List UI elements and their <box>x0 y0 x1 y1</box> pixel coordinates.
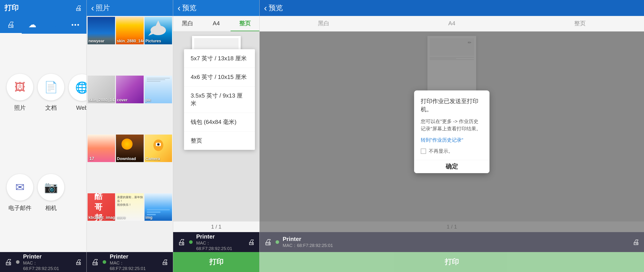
panel2-printer-settings-icon[interactable]: 🖨 <box>162 258 168 266</box>
panel4-bottom-bar: 🖨 Printer MAC：68:F7:28:92:25:01 🖨 <box>260 232 644 252</box>
photo-item-save[interactable]: 亲爱的童鞋，新年快乐！祝你快乐！ save <box>116 193 144 221</box>
photo-label-pic: pic <box>146 98 171 102</box>
email-label: 电子邮件 <box>8 204 32 212</box>
panel4-tab-a4[interactable]: A4 <box>388 16 516 31</box>
panel3-back-label: 预览 <box>182 3 196 13</box>
photo-item-cover[interactable]: cover <box>116 76 144 103</box>
svg-marker-1 <box>155 20 162 28</box>
chevron-back-icon <box>91 3 94 13</box>
photo-item-img[interactable]: img <box>144 193 172 221</box>
photo-item-skin2[interactable]: skin_2880_143... <box>88 76 115 103</box>
panel3-header: 预览 <box>173 0 259 16</box>
printer-settings-icon[interactable]: 🖨 <box>75 4 82 12</box>
cloud-tab-icon: ☁ <box>28 20 36 29</box>
photo-label-camera: Camera <box>146 156 171 161</box>
panel3-bottom-printer-icon: 🖨 <box>178 238 186 247</box>
dialog-history-link[interactable]: 转到"作业历史记录" <box>421 137 483 144</box>
save-chinese-text: 亲爱的童鞋，新年快乐！祝你快乐！ <box>117 196 144 207</box>
dialog-confirm-button[interactable]: 确定 <box>414 160 490 173</box>
photo-item-skin1[interactable]: skin_2880_144... <box>116 17 144 44</box>
panel2-back-label: 照片 <box>96 3 110 13</box>
camera-figure <box>150 136 167 158</box>
panel3-printer-settings-icon[interactable]: 🖨 <box>248 238 255 246</box>
photo-item-camera[interactable]: Camera <box>144 134 172 162</box>
tab-cloud[interactable]: ☁ <box>22 16 44 34</box>
panel1-bottom-bar: 🖨 Printer MAC：68:F7:28:92:25:01 🖨 <box>0 252 86 272</box>
panel4-content-wrapper: ✏ 1 / 1 打印作业已发送至打印机。 您可以在"更多 -> 作业历史记录"屏… <box>260 32 644 232</box>
tab-more[interactable]: ••• <box>65 16 87 34</box>
printer-name: Printer <box>23 253 72 260</box>
docs-label: 文档 <box>45 104 57 112</box>
grid-item-email[interactable]: ✉ 电子邮件 <box>4 143 36 244</box>
photo-item-download[interactable]: Download <box>116 134 144 162</box>
dropdown-item-wallet[interactable]: 钱包 (64x84 毫米) <box>184 113 255 132</box>
panel3-printer-status-dot <box>189 240 193 244</box>
panel4-printer-settings-icon[interactable]: 🖨 <box>632 238 640 246</box>
more-tab-icon: ••• <box>72 21 80 28</box>
photo-item-pic[interactable]: pic <box>144 76 172 103</box>
dialog-checkbox[interactable] <box>421 148 426 154</box>
panel2-printer-info: Printer MAC：68:F7:28:92:25:01 <box>110 253 158 271</box>
docs-icon-circle: 📄 <box>38 74 64 100</box>
dialog-checkbox-label: 不再显示。 <box>429 148 453 154</box>
mini-line-2 <box>147 79 165 80</box>
panel4-header: 预览 <box>260 0 644 16</box>
mini-line-3 <box>147 81 161 82</box>
photo-label-pictures: Pictures <box>146 39 171 44</box>
panel4-preview-tabs: 黑白 A4 整页 <box>260 16 644 32</box>
panel4-tab-fullpage[interactable]: 整页 <box>516 16 644 31</box>
img-line-2 <box>147 212 161 213</box>
panel-photos: 照片 newyear skin_2880_144... Pictures <box>86 0 173 272</box>
confirm-dialog: 打印作业已发送至打印机。 您可以在"更多 -> 作业历史记录"屏幕上查看打印结果… <box>414 90 490 173</box>
mini-line-1 <box>147 78 170 78</box>
photo-grid: newyear skin_2880_144... Pictures skin_2… <box>87 16 173 252</box>
panel4-bottom-printer-icon: 🖨 <box>264 238 272 247</box>
photos-label: 照片 <box>14 104 26 112</box>
panel4-print-button: 打印 <box>260 252 644 272</box>
photo-label-skin1: skin_2880_144... <box>117 39 142 44</box>
grid-item-camera[interactable]: 📷 相机 <box>36 143 66 244</box>
back-button[interactable]: 照片 <box>91 3 110 13</box>
panel3-back-button[interactable]: 预览 <box>178 3 196 13</box>
dropdown-item-5x7[interactable]: 5x7 英寸 / 13x18 厘米 <box>184 49 255 68</box>
panel4-tab-bw[interactable]: 黑白 <box>260 16 388 31</box>
dialog-overlay: 打印作业已发送至打印机。 您可以在"更多 -> 作业历史记录"屏幕上查看打印结果… <box>260 32 644 232</box>
panel3-printer-name: Printer <box>196 233 244 240</box>
panel1-header: 打印 🖨 <box>0 0 86 16</box>
panel-print-home: 打印 🖨 🖨 ☁ 👤 ••• 🖼 照片 📄 文档 <box>0 0 86 272</box>
panel-preview-dialog: 预览 黑白 A4 整页 ✏ <box>259 0 644 272</box>
panel-preview: 预览 黑白 A4 整页 2015 <box>173 0 259 272</box>
panel1-title: 打印 <box>4 3 18 13</box>
tab-printer[interactable]: 🖨 <box>0 16 22 34</box>
tab-bw[interactable]: 黑白 <box>173 16 202 31</box>
printer-info: Printer MAC：68:F7:28:92:25:01 <box>23 253 72 271</box>
dropdown-item-3x5[interactable]: 3.5x5 英寸 / 9x13 厘米 <box>184 86 255 113</box>
tab-fullpage[interactable]: 整页 <box>230 16 259 31</box>
photo-item-17[interactable]: 17 <box>88 134 115 162</box>
size-dropdown-menu: 5x7 英寸 / 13x18 厘米 4x6 英寸 / 10x15 厘米 3.5x… <box>184 49 255 150</box>
panel3-page-num: 1 / 1 <box>173 222 259 232</box>
print-button[interactable]: 打印 <box>173 252 259 272</box>
img-line-1 <box>147 209 170 210</box>
printer-settings-icon-bottom[interactable]: 🖨 <box>75 258 82 266</box>
tab-a4[interactable]: A4 <box>202 16 231 31</box>
tab-person-add[interactable]: 👤 <box>43 16 65 34</box>
photo-item-kbc[interactable]: 酷哥邦 kbclient_image <box>88 193 115 221</box>
camera-icon-circle: 📷 <box>38 174 64 200</box>
printer-status-dot <box>16 260 20 264</box>
dropdown-item-4x6[interactable]: 4x6 英寸 / 10x15 厘米 <box>184 68 255 86</box>
bottom-printer-icon: 🖨 <box>4 257 12 267</box>
photo-label-newyear: newyear <box>88 39 114 44</box>
camera-icon: 📷 <box>44 181 58 194</box>
svg-point-6 <box>158 144 159 145</box>
photo-item-newyear[interactable]: newyear <box>88 17 115 44</box>
photo-label-kbc: kbclient_image <box>88 215 114 220</box>
panel4-printer-info: Printer MAC：68:F7:28:92:25:01 <box>283 236 629 248</box>
panel4-back-button[interactable]: 预览 <box>264 3 283 13</box>
photo-item-pictures[interactable]: Pictures <box>144 17 172 44</box>
camera-label: 相机 <box>45 204 57 212</box>
panel2-printer-status-dot <box>103 260 106 264</box>
dropdown-item-fullpage[interactable]: 整页 <box>184 132 255 150</box>
grid-item-photos[interactable]: 🖼 照片 <box>4 42 36 143</box>
grid-item-docs[interactable]: 📄 文档 <box>36 42 66 143</box>
